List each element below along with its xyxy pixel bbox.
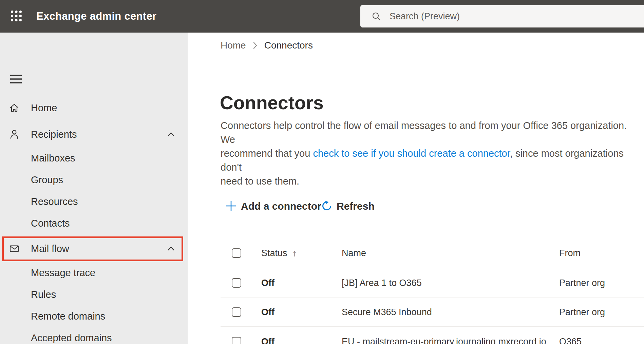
chevron-up-icon[interactable]	[166, 244, 176, 253]
sidebar-item-contacts[interactable]: Contacts	[0, 214, 188, 233]
sidebar-item-recipients[interactable]: Recipients	[0, 125, 188, 144]
sidebar-item-remote-domains[interactable]: Remote domains	[0, 307, 188, 326]
home-icon	[8, 102, 20, 114]
row-checkbox[interactable]	[232, 278, 241, 288]
column-header-name[interactable]: Name	[342, 248, 366, 258]
description-line: need to use them.	[221, 174, 641, 188]
column-header-status[interactable]: Status↑	[261, 248, 297, 258]
sidebar-item-label: Recipients	[31, 129, 77, 140]
row-checkbox[interactable]	[232, 337, 241, 344]
select-all-checkbox[interactable]	[232, 248, 241, 258]
mail-icon	[8, 243, 20, 254]
hamburger-icon	[10, 74, 22, 85]
sidebar-item-label: Groups	[31, 174, 63, 186]
main-content: Home Connectors Connectors Connectors he…	[188, 33, 644, 344]
cell-from: O365	[559, 337, 582, 344]
cell-status: Off	[261, 278, 274, 288]
sidebar-item-message-trace[interactable]: Message trace	[0, 263, 188, 282]
create-connector-check-link[interactable]: check to see if you should create a conn…	[313, 148, 510, 159]
sidebar-item-mail-flow[interactable]: Mail flow	[0, 239, 188, 258]
description-line: recommend that you check to see if you s…	[221, 147, 641, 174]
sidebar-item-label: Remote domains	[31, 311, 105, 322]
breadcrumb-home-link[interactable]: Home	[221, 40, 246, 51]
sidebar-item-label: Contacts	[31, 218, 70, 229]
topbar: Exchange admin center	[0, 0, 644, 33]
refresh-icon	[321, 200, 332, 212]
sidebar: Home Recipients Mailboxes Groups Reso	[0, 33, 188, 344]
sidebar-item-label: Mail flow	[31, 243, 69, 254]
table-row[interactable]: Off Secure M365 Inbound Partner org	[221, 298, 644, 327]
sidebar-item-home[interactable]: Home	[0, 98, 188, 117]
sidebar-item-resources[interactable]: Resources	[0, 192, 188, 211]
sidebar-item-label: Message trace	[31, 267, 95, 279]
chevron-right-icon	[253, 42, 257, 49]
search-input[interactable]	[389, 11, 644, 22]
chevron-up-icon[interactable]	[166, 130, 176, 139]
cell-status: Off	[261, 307, 274, 318]
nav-collapse-button[interactable]	[7, 73, 22, 85]
sidebar-item-label: Resources	[31, 196, 78, 207]
plus-icon	[226, 200, 236, 212]
cell-from: Partner org	[559, 307, 605, 318]
refresh-label: Refresh	[337, 200, 375, 212]
app-launcher-button[interactable]	[5, 5, 28, 28]
table-header-row: Status↑ Name From	[221, 238, 644, 268]
cell-from: Partner org	[559, 278, 605, 288]
sidebar-item-label: Home	[31, 102, 57, 114]
app-title: Exchange admin center	[36, 0, 156, 33]
person-icon	[8, 129, 20, 140]
sidebar-item-label: Accepted domains	[31, 332, 112, 344]
description-line: Connectors help control the flow of emai…	[221, 119, 641, 147]
cell-name: [JB] Area 1 to O365	[342, 278, 422, 288]
waffle-icon	[10, 9, 23, 23]
column-header-label: Status	[261, 248, 287, 258]
sidebar-item-accepted-domains[interactable]: Accepted domains	[0, 328, 188, 344]
cell-status: Off	[261, 337, 274, 344]
row-checkbox[interactable]	[232, 307, 241, 317]
breadcrumb-current: Connectors	[264, 40, 313, 51]
sidebar-item-label: Rules	[31, 289, 56, 300]
sidebar-item-label: Mailboxes	[31, 153, 75, 164]
cell-name: EU - mailstream-eu-primary.journaling.mx…	[342, 337, 546, 344]
search-icon	[371, 11, 381, 21]
sidebar-item-mailboxes[interactable]: Mailboxes	[0, 149, 188, 168]
table-row[interactable]: Off [JB] Area 1 to O365 Partner org	[221, 268, 644, 298]
toolbar-divider	[221, 192, 644, 192]
search-box	[360, 5, 644, 27]
cell-name: Secure M365 Inbound	[342, 307, 432, 318]
description-text: recommend that you	[221, 148, 313, 159]
column-header-from[interactable]: From	[559, 248, 581, 258]
sidebar-item-rules[interactable]: Rules	[0, 285, 188, 304]
breadcrumb: Home Connectors	[221, 39, 313, 52]
add-connector-button[interactable]: Add a connector	[226, 197, 321, 215]
page-title: Connectors	[220, 92, 324, 114]
exchange-admin-center-app: Exchange admin center	[0, 0, 644, 344]
table-row[interactable]: Off EU - mailstream-eu-primary.journalin…	[221, 327, 644, 344]
add-connector-label: Add a connector	[241, 200, 321, 212]
page-description: Connectors help control the flow of emai…	[221, 119, 641, 188]
sort-ascending-icon: ↑	[292, 248, 297, 258]
sidebar-item-groups[interactable]: Groups	[0, 170, 188, 189]
refresh-button[interactable]: Refresh	[321, 197, 375, 215]
